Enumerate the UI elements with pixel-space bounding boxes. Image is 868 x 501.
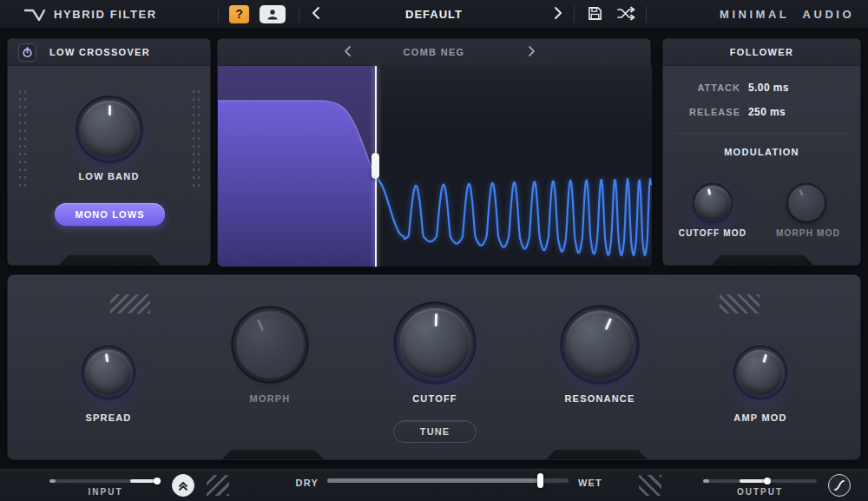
- panel-notch-decor: [712, 255, 813, 265]
- cutoff-mod-knob[interactable]: [692, 182, 733, 224]
- crossover-split-handle[interactable]: [372, 153, 379, 179]
- user-icon: [266, 8, 279, 21]
- input-slider[interactable]: [49, 479, 161, 483]
- divider: [218, 6, 219, 23]
- knob-body: [789, 186, 823, 220]
- dry-wet-handle[interactable]: [537, 473, 543, 488]
- hatch-decor: [207, 475, 229, 496]
- knob-indicator: [108, 105, 111, 115]
- cutoff-mod-label: CUTOFF MOD: [665, 228, 760, 238]
- output-label: OUTPUT: [703, 487, 817, 497]
- preset-next-button[interactable]: [548, 4, 569, 24]
- morph-mod-knob[interactable]: [786, 182, 827, 224]
- divider: [574, 6, 575, 23]
- release-value[interactable]: 250 ms: [748, 106, 809, 119]
- hatch-decor: [110, 294, 150, 313]
- mono-lows-button[interactable]: MONO LOWS: [55, 203, 165, 226]
- brand-logo-icon: [23, 7, 48, 23]
- knob-indicator: [605, 319, 612, 331]
- knob-indicator: [707, 189, 712, 196]
- filter-display-area[interactable]: [218, 66, 652, 267]
- panel-notch-decor: [546, 450, 648, 459]
- knob-indicator: [257, 320, 264, 332]
- knob-indicator: [104, 353, 108, 362]
- hatch-decor: [720, 294, 760, 313]
- divider: [299, 6, 299, 23]
- s-curve-icon: [832, 478, 846, 492]
- slider-cap: [49, 479, 56, 483]
- app-title: HYBRID FILTER: [54, 0, 157, 29]
- filter-fill: [218, 101, 376, 267]
- knob-body: [237, 312, 302, 377]
- resonance-knob[interactable]: [559, 304, 641, 386]
- cutoff-label: CUTOFF: [383, 393, 487, 404]
- power-icon: [22, 47, 33, 58]
- follower-panel: FOLLOWER ATTACK 5.00 ms RELEASE 250 ms M…: [662, 38, 861, 266]
- chevron-left-icon: [312, 6, 320, 20]
- knob-indicator: [762, 353, 766, 362]
- dry-wet-slider[interactable]: [327, 478, 569, 483]
- save-preset-button[interactable]: [583, 4, 606, 24]
- output-slider-handle[interactable]: [764, 478, 771, 485]
- knob-body: [566, 311, 633, 378]
- modulation-title: MODULATION: [663, 146, 860, 159]
- low-crossover-panel: LOW CROSSOVER LOW BAND MONO LOWS: [7, 38, 211, 266]
- preset-name[interactable]: DEFAULT: [347, 0, 521, 29]
- knob-body: [81, 101, 138, 158]
- shuffle-icon: [616, 5, 635, 22]
- spread-label: SPREAD: [56, 412, 161, 423]
- filter-type-name[interactable]: COMB NEG: [218, 39, 650, 66]
- knob-body: [695, 186, 729, 220]
- spread-knob[interactable]: [81, 345, 136, 400]
- wet-label: WET: [578, 478, 613, 488]
- tune-button[interactable]: TUNE: [393, 420, 477, 443]
- attack-value[interactable]: 5.00 ms: [748, 82, 809, 95]
- filter-display-header: COMB NEG: [218, 39, 650, 66]
- user-account-button[interactable]: [260, 5, 286, 23]
- help-button[interactable]: ?: [229, 5, 249, 23]
- cutoff-knob[interactable]: [392, 300, 477, 386]
- filter-type-next-button[interactable]: [521, 43, 542, 63]
- chevron-right-icon: [528, 45, 536, 57]
- filter-response-graph: [218, 66, 652, 267]
- knob-indicator: [434, 313, 437, 326]
- divider: [674, 133, 850, 134]
- low-crossover-header: LOW CROSSOVER: [8, 39, 210, 66]
- amp-mod-label: AMP MOD: [708, 412, 812, 423]
- attack-label: ATTACK: [680, 82, 740, 95]
- low-band-label: LOW BAND: [8, 171, 210, 181]
- release-label: RELEASE: [680, 106, 740, 119]
- morph-label: MORPH: [218, 393, 322, 404]
- follower-header: FOLLOWER: [663, 39, 860, 66]
- output-slider[interactable]: [703, 479, 817, 483]
- knob-body: [400, 308, 470, 378]
- comb-response-curve: [376, 179, 651, 255]
- brand-wordmark: MINIMAL AUDIO: [720, 0, 854, 29]
- output-curve-button[interactable]: [828, 474, 851, 497]
- panel-title: FOLLOWER: [663, 39, 860, 66]
- low-band-knob[interactable]: [75, 95, 144, 164]
- panel-notch-decor: [222, 450, 324, 459]
- knob-indicator: [799, 189, 805, 196]
- knob-body: [86, 350, 132, 396]
- dry-label: DRY: [284, 478, 319, 488]
- panel-title: LOW CROSSOVER: [49, 39, 150, 66]
- randomize-preset-button[interactable]: [615, 4, 637, 24]
- morph-mod-label: MORPH MOD: [760, 228, 856, 238]
- plugin-window: HYBRID FILTER ? DEFAULT: [0, 0, 868, 501]
- morph-knob[interactable]: [230, 305, 310, 385]
- input-slider-handle[interactable]: [154, 478, 161, 485]
- chevron-up-double-icon: [177, 479, 189, 491]
- hatch-decor: [639, 475, 661, 496]
- expand-panel-button[interactable]: [172, 474, 194, 497]
- slider-cap: [703, 479, 709, 483]
- panel-notch-decor: [59, 255, 161, 265]
- amp-mod-knob[interactable]: [733, 345, 788, 400]
- filter-display-panel: COMB NEG: [217, 38, 651, 266]
- crossover-power-toggle[interactable]: [18, 43, 36, 62]
- chevron-right-icon: [554, 6, 562, 20]
- resonance-label: RESONANCE: [548, 393, 652, 404]
- knob-body: [738, 350, 784, 396]
- preset-prev-button[interactable]: [306, 4, 326, 24]
- footer-bar: INPUT DRY WET OUTPUT: [0, 469, 868, 501]
